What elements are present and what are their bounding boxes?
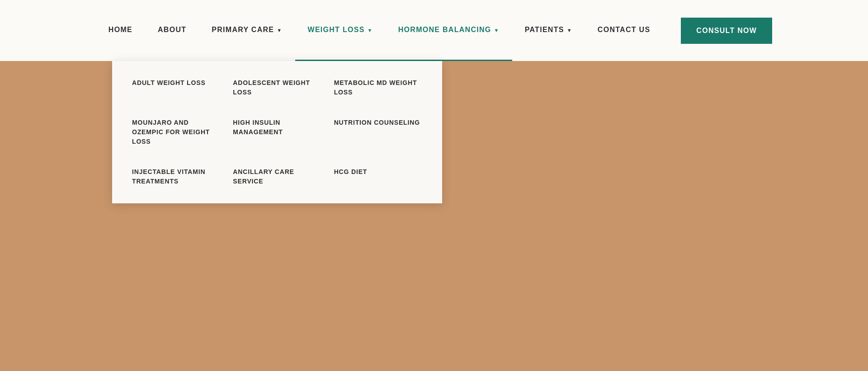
nav-item-primary-care[interactable]: PRIMARY CARE ▼ — [199, 0, 295, 61]
dropdown-item-high-insulin[interactable]: HIGH INSULIN MANAGEMENT — [231, 114, 323, 150]
nav-hormone-label: HORMONE BALANCING — [398, 26, 491, 34]
weight-loss-dropdown: ADULT WEIGHT LOSS ADOLESCENT WEIGHT LOSS… — [112, 61, 442, 203]
chevron-down-icon: ▼ — [567, 28, 572, 33]
dropdown-item-adolescent-weight-loss[interactable]: ADOLESCENT WEIGHT LOSS — [231, 75, 323, 101]
nav-about-label: ABOUT — [158, 26, 186, 34]
nav-primary-care-label: PRIMARY CARE — [212, 26, 274, 34]
consult-now-label: CONSULT NOW — [696, 27, 757, 34]
nav-item-hormone-balancing[interactable]: HORMONE BALANCING ▼ — [386, 0, 512, 61]
dropdown-item-nutrition-counseling[interactable]: NUTRITION COUNSELING — [332, 114, 424, 150]
nav-item-weight-loss[interactable]: WEIGHT LOSS ▼ — [295, 0, 386, 61]
nav-item-patients[interactable]: PATIENTS ▼ — [512, 0, 585, 61]
nav-item-about[interactable]: ABOUT — [145, 0, 199, 61]
nav-item-contact-us[interactable]: CONTACT US — [585, 0, 663, 61]
dropdown-item-injectable-vitamin[interactable]: INJECTABLE VITAMIN TREATMENTS — [130, 164, 222, 190]
nav-items-container: HOME ABOUT PRIMARY CARE ▼ WEIGHT LOSS ▼ … — [27, 0, 841, 61]
nav-item-home[interactable]: HOME — [96, 0, 145, 61]
dropdown-item-adult-weight-loss[interactable]: ADULT WEIGHT LOSS — [130, 75, 222, 101]
nav-contact-label: CONTACT US — [598, 26, 651, 34]
dropdown-item-metabolic-md[interactable]: METABOLIC MD WEIGHT LOSS — [332, 75, 424, 101]
consult-now-button[interactable]: CONSULT NOW — [681, 18, 772, 44]
nav-weight-loss-label: WEIGHT LOSS — [308, 26, 365, 34]
nav-patients-label: PATIENTS — [525, 26, 564, 34]
chevron-down-icon: ▼ — [494, 28, 500, 33]
main-navigation: HOME ABOUT PRIMARY CARE ▼ WEIGHT LOSS ▼ … — [0, 0, 868, 61]
chevron-down-icon: ▼ — [277, 28, 282, 33]
nav-home-label: HOME — [108, 26, 132, 34]
dropdown-grid: ADULT WEIGHT LOSS ADOLESCENT WEIGHT LOSS… — [130, 75, 424, 190]
chevron-down-icon: ▼ — [368, 28, 373, 33]
dropdown-item-ancillary-care[interactable]: ANCILLARY CARE SERVICE — [231, 164, 323, 190]
dropdown-item-mounjaro-ozempic[interactable]: MOUNJARO AND OZEMPIC FOR WEIGHT LOSS — [130, 114, 222, 150]
dropdown-item-hcg-diet[interactable]: HCG DIET — [332, 164, 424, 190]
